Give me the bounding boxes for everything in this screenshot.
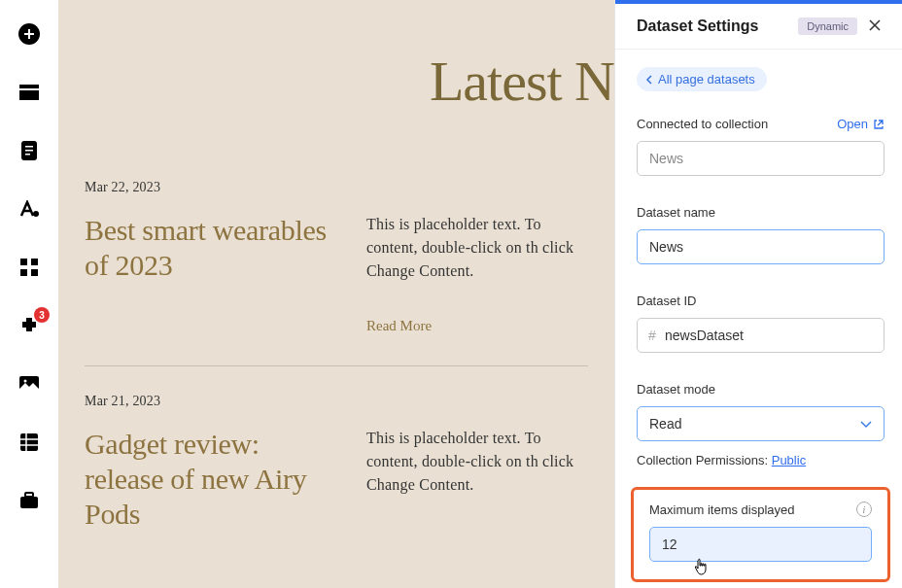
page-title: Latest N <box>365 0 614 153</box>
perm-prefix: Collection Permissions: <box>637 453 772 467</box>
back-link[interactable]: All page datasets <box>637 67 767 91</box>
connected-label: Connected to collection <box>637 117 768 131</box>
chevron-down-icon <box>860 416 872 432</box>
dataset-id-input[interactable] <box>637 318 885 353</box>
article-item: Mar 22, 2023 Best smart wearables of 202… <box>58 153 614 334</box>
permissions-line: Collection Permissions: Public <box>637 453 885 467</box>
page-icon[interactable] <box>17 139 41 162</box>
panel-header: Dataset Settings Dynamic <box>615 4 902 50</box>
svg-rect-9 <box>31 259 38 265</box>
max-items-label: Maximum items displayed <box>649 502 795 517</box>
plugin-icon[interactable]: 3 <box>17 314 41 337</box>
close-icon[interactable] <box>869 17 881 35</box>
article-title: Gadget review: release of new Airy Pods <box>85 427 337 532</box>
article-body: This is placeholder text. To content, do… <box>366 213 588 283</box>
dataset-mode-select[interactable]: Read <box>637 406 885 441</box>
chevron-left-icon <box>645 75 653 85</box>
info-icon[interactable]: i <box>856 502 872 517</box>
media-icon[interactable] <box>17 372 41 396</box>
svg-rect-8 <box>20 259 27 265</box>
apps-icon[interactable] <box>17 256 41 279</box>
table-icon[interactable] <box>17 431 41 454</box>
left-rail: 3 <box>0 0 58 588</box>
svg-rect-1 <box>19 85 39 88</box>
svg-point-7 <box>33 211 39 217</box>
settings-panel: Dataset Settings Dynamic All page datase… <box>614 0 902 588</box>
svg-rect-14 <box>20 433 38 451</box>
open-collection-link[interactable]: Open <box>837 117 885 131</box>
dataset-mode-label: Dataset mode <box>637 382 715 397</box>
svg-rect-5 <box>25 150 33 152</box>
article-date: Mar 22, 2023 <box>85 180 588 195</box>
svg-rect-2 <box>19 90 39 100</box>
max-items-input[interactable] <box>649 527 872 562</box>
back-link-label: All page datasets <box>658 72 755 86</box>
hash-prefix: # <box>648 328 656 343</box>
external-link-icon <box>873 119 885 130</box>
svg-rect-11 <box>31 269 38 276</box>
svg-point-13 <box>24 380 27 383</box>
svg-rect-10 <box>20 269 27 276</box>
business-icon[interactable] <box>17 489 41 512</box>
svg-rect-19 <box>25 493 33 497</box>
article-date: Mar 21, 2023 <box>85 394 588 409</box>
dataset-name-label: Dataset name <box>637 205 715 220</box>
svg-rect-6 <box>25 154 30 156</box>
panel-title: Dataset Settings <box>637 17 758 35</box>
perm-link[interactable]: Public <box>772 453 806 467</box>
layers-icon[interactable] <box>17 81 41 104</box>
article-item: Mar 21, 2023 Gadget review: release of n… <box>58 366 614 532</box>
dataset-name-input[interactable] <box>637 229 885 264</box>
dynamic-badge: Dynamic <box>798 17 857 35</box>
svg-rect-4 <box>25 146 33 148</box>
article-body: This is placeholder text. To content, do… <box>366 427 588 497</box>
max-items-highlight: Maximum items displayed i <box>631 487 890 582</box>
mode-value: Read <box>649 416 681 432</box>
plugin-badge: 3 <box>34 307 50 323</box>
article-title: Best smart wearables of 2023 <box>85 213 337 334</box>
svg-rect-18 <box>20 497 38 508</box>
theme-icon[interactable] <box>17 197 41 221</box>
read-more-link[interactable]: Read More <box>366 318 432 334</box>
add-icon[interactable] <box>17 22 41 46</box>
editor-canvas: Latest N Mar 22, 2023 Best smart wearabl… <box>58 0 614 588</box>
dataset-id-label: Dataset ID <box>637 294 696 308</box>
open-label: Open <box>837 117 868 131</box>
collection-input[interactable] <box>637 141 885 176</box>
